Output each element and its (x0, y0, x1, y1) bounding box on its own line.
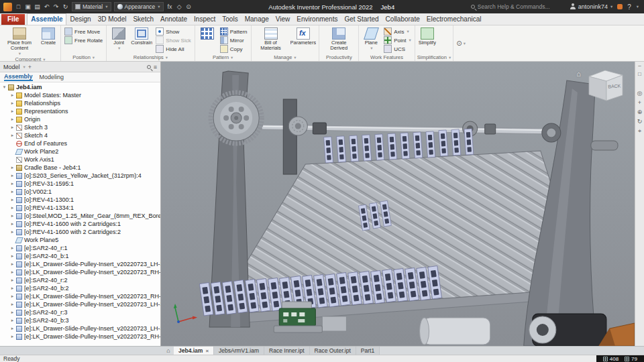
expander-icon[interactable]: ▾ (1, 84, 7, 90)
tree-item[interactable]: ▸Sketch 4 (0, 131, 160, 139)
expander-icon[interactable]: ▸ (9, 205, 15, 210)
tree-item[interactable]: ▸[o]:S203_Series_Yellow_Jacket_(312rpm):… (0, 172, 160, 180)
tree-item[interactable]: ▸Representations (0, 107, 160, 115)
ribbon-tab-inspect[interactable]: Inspect (191, 14, 219, 25)
free-rotate-button[interactable]: Free Rotate (63, 36, 104, 44)
tree-item[interactable]: ▸Relationships (0, 99, 160, 107)
tree-item[interactable]: ▸Origin (0, 115, 160, 123)
notifications-icon[interactable] (617, 4, 623, 9)
panel-minimize-icon[interactable]: – (638, 63, 641, 68)
expander-icon[interactable]: ▸ (9, 173, 15, 178)
expander-icon[interactable]: ▸ (9, 93, 15, 98)
tree-item[interactable]: ▾Jeb4.iam (0, 83, 160, 91)
user-account-button[interactable]: antonink74 ▾ (570, 3, 612, 10)
joint-button[interactable]: Joint▾ (109, 26, 129, 51)
tree-item[interactable]: ▸[e]:SAR2-40_b:3 (0, 316, 160, 324)
doc-tab-part1[interactable]: Part1 (356, 347, 380, 355)
expander-icon[interactable]: ▸ (9, 318, 15, 323)
doc-tab-jebsarmv1-iam[interactable]: JebsArmV1.iam (214, 347, 264, 355)
tree-item[interactable]: ▸[e]:SAR2-40_b:1 (0, 252, 160, 260)
ribbon-tab-assemble[interactable]: Assemble (27, 13, 66, 25)
ribbon-tab-manage[interactable]: Manage (241, 14, 272, 25)
expander-icon[interactable]: ▸ (9, 286, 15, 291)
close-icon[interactable]: × (205, 348, 209, 354)
ribbon-tab-electromechanical[interactable]: Electromechanical (423, 14, 485, 25)
expander-icon[interactable]: ▸ (9, 165, 15, 170)
tree-item[interactable]: ▸[e]:SAR2-40_r:3 (0, 308, 160, 316)
tree-item[interactable]: Work Axis1 (0, 156, 160, 164)
measure-icon[interactable]: ◇ (176, 3, 183, 11)
tree-item[interactable]: ▸[o]:REV-41-1600 with 2 Cartridges:2 (0, 228, 160, 236)
browser-tab-modeling[interactable]: Modeling (40, 74, 64, 80)
material-dropdown[interactable]: Material ▾ (72, 2, 111, 11)
expander-icon[interactable]: ▸ (9, 181, 15, 186)
ribbon-tab-3d-model[interactable]: 3D Model (95, 14, 130, 25)
browser-tab-assembly[interactable]: Assembly (4, 73, 33, 81)
expander-icon[interactable]: ▸ (9, 294, 15, 299)
expander-icon[interactable]: ▸ (9, 229, 15, 235)
pattern-button[interactable] (197, 26, 217, 40)
expander-icon[interactable]: ▸ (9, 101, 15, 106)
navigation-wheel-icon[interactable]: ◎ (637, 90, 643, 97)
new-file-icon[interactable]: □ (15, 3, 22, 11)
tree-item[interactable]: ▸[o]:REV-41-1300:1 (0, 196, 160, 204)
ribbon-group-label-simplification[interactable]: Simplification▾ (417, 54, 451, 61)
ribbon-group-label-pattern[interactable]: Pattern▾ (197, 54, 249, 61)
tree-item[interactable]: End of Features (0, 139, 160, 147)
create-derived-substitutes-button[interactable]: Create Derived Substitutes (321, 26, 356, 51)
browser-search-icon[interactable] (147, 65, 151, 69)
parameters-fx-icon[interactable]: fx (166, 3, 174, 11)
ribbon-tab-view[interactable]: View (272, 14, 294, 25)
ribbon-group-label-manage[interactable]: Manage▾ (254, 54, 317, 61)
inventor-logo-icon[interactable] (3, 3, 12, 11)
expander-icon[interactable]: ▸ (9, 189, 15, 194)
redo-icon[interactable]: ↷ (52, 3, 60, 11)
ribbon-tab-design[interactable]: Design (66, 14, 94, 25)
doc-tab-jeb4-iam[interactable]: Jeb4.iam× (174, 347, 214, 355)
bill-of-materials-button[interactable]: Bill of Materials (254, 26, 288, 51)
save-icon[interactable]: ▤ (34, 3, 41, 11)
show-sick-button[interactable]: Show Sick (154, 36, 192, 44)
expander-icon[interactable]: ▸ (9, 302, 15, 307)
expander-icon[interactable]: ▸ (9, 117, 15, 122)
expander-icon[interactable]: ▸ (9, 125, 15, 130)
ucs-button[interactable]: UCS (382, 45, 413, 53)
expander-icon[interactable]: ▸ (9, 269, 15, 275)
doc-tab-race-inner-ipt[interactable]: Race Inner.ipt (264, 347, 309, 355)
browser-menu-icon[interactable]: ≡ (154, 64, 157, 70)
orbit-icon[interactable]: ↻ (637, 118, 643, 125)
tree-item[interactable]: ▸[e]:LK_Drawer-Slide-Pulley-Insert_v2022… (0, 260, 160, 268)
expander-icon[interactable]: ▸ (9, 310, 15, 315)
place-from-content-center-button[interactable]: Place from Content Center▾ (2, 26, 37, 56)
create-button[interactable]: Create (38, 26, 58, 46)
ribbon-display-options-icon[interactable]: ⊙ ▾ (456, 40, 466, 47)
tree-item[interactable]: ▸[e]:LK_Drawer-Slide-Pulley-Insert_v2022… (0, 333, 160, 341)
open-icon[interactable]: ▣ (24, 3, 32, 11)
tree-item[interactable]: ▸[e]:LK_Drawer-Slide-Pulley-Insert_v2022… (0, 292, 160, 300)
viewcube-home-icon[interactable]: ⌂ (576, 70, 581, 78)
expander-icon[interactable]: ▸ (9, 326, 15, 331)
home-tab-icon[interactable]: ⌂ (163, 347, 174, 355)
viewcube[interactable]: BACK (584, 67, 627, 103)
viewcube-face-label[interactable]: BACK (608, 83, 621, 88)
pan-icon[interactable]: + (638, 99, 641, 106)
tree-item[interactable]: ▸[o]:REV-31-1595:1 (0, 180, 160, 188)
zoom-icon[interactable]: ⊕ (637, 109, 643, 115)
tree-item[interactable]: ▸[o]:REV-41-1600 with 2 Cartridges:1 (0, 220, 160, 228)
tree-item[interactable]: ▸[e]:LK_Drawer-Slide-Pulley-Insert_v2022… (0, 324, 160, 333)
look-at-icon[interactable]: ⌖ (638, 127, 641, 134)
mirror-button[interactable]: Mirror (219, 36, 249, 44)
constrain-button[interactable]: Constrain (130, 26, 153, 46)
ribbon-group-label-component[interactable]: Component▾ (2, 56, 58, 62)
tree-item[interactable]: Work Plane2 (0, 147, 160, 156)
appearance-dropdown[interactable]: Appearance ▾ (114, 2, 164, 11)
tree-item[interactable]: ▸[o]:V002:1 (0, 188, 160, 196)
copy-button[interactable]: Copy (219, 45, 249, 53)
expander-icon[interactable]: ▸ (9, 245, 15, 251)
ribbon-tab-file[interactable]: File (1, 14, 25, 25)
help-search-input[interactable]: Search Help & Commands... (471, 3, 565, 10)
tree-item[interactable]: ▸[o]:REV-41-1334:1 (0, 204, 160, 212)
expander-icon[interactable]: ▸ (9, 278, 15, 283)
update-icon[interactable]: ↻ (62, 3, 69, 11)
parameters-button[interactable]: Parameters (290, 26, 317, 46)
